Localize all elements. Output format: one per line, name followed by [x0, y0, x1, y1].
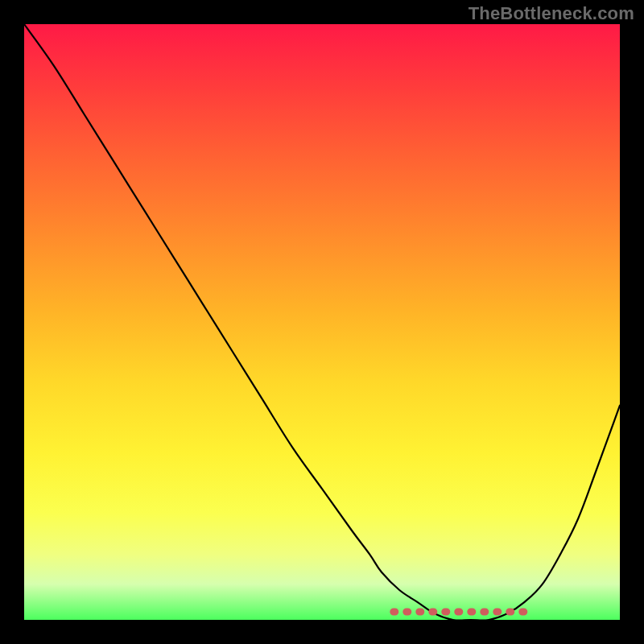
watermark-text: TheBottleneck.com [469, 3, 634, 24]
bottleneck-curve [24, 24, 620, 620]
plot-area [24, 24, 620, 620]
chart-svg [24, 24, 620, 620]
chart-frame: TheBottleneck.com [0, 0, 644, 644]
